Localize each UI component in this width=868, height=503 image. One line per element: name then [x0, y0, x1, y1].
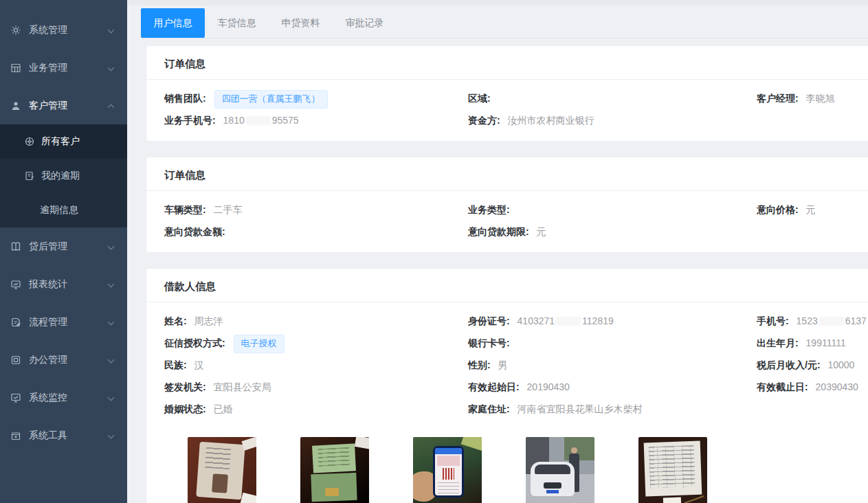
sales-team-tag[interactable]: 四团一营（直属王鹏飞）	[214, 90, 328, 109]
field-valid-to: 有效截止日: 20390430	[757, 381, 868, 394]
field-label: 姓名:	[164, 315, 187, 326]
field-label: 资金方:	[468, 115, 500, 126]
sidebar-item-system-management[interactable]: 系统管理	[0, 11, 127, 49]
sidebar-item-label: 系统监控	[29, 392, 67, 404]
chevron-down-icon	[108, 281, 115, 288]
redaction-mask	[246, 116, 271, 125]
sidebar-item-process-management[interactable]: 流程管理	[0, 303, 127, 341]
tab-car-loan-info[interactable]: 车贷信息	[205, 8, 269, 38]
credit-auth-tag[interactable]: 电子授权	[234, 335, 285, 353]
sidebar-item-label: 系统工具	[29, 429, 67, 442]
field-income: 税后月收入/元: 10000	[757, 359, 868, 372]
field-value: 19911111	[806, 337, 846, 348]
sidebar-item-label: 报表统计	[29, 278, 67, 291]
sidebar-item-system-tools[interactable]: 系统工具	[0, 416, 127, 454]
license-booklet-photo-thumbnail[interactable]	[300, 437, 369, 503]
sidebar-item-office-management[interactable]: 办公管理	[0, 341, 127, 379]
handwritten-document-photo-thumbnail[interactable]	[638, 437, 707, 503]
photo-item: 驾驶证照片	[300, 437, 369, 503]
sidebar-item-customer-management[interactable]: 客户管理	[0, 87, 127, 124]
field-mobile: 手机号: 15236137	[757, 315, 868, 328]
loan-intent-card: 订单信息 车辆类型: 二手车 业务类型: 意向价格: 元 意向贷款金额	[146, 157, 868, 253]
field-value: 4103271112819	[518, 315, 614, 326]
page: { "colors": { "primary": "#1890ff", "tag…	[0, 0, 868, 503]
grid-icon	[10, 62, 22, 74]
tab-bar-divider	[141, 38, 868, 38]
field-label: 业务类型:	[468, 204, 510, 215]
sidebar-item-postloan-management[interactable]: 贷后管理	[0, 227, 127, 265]
box-plus-icon	[10, 429, 22, 442]
photo-item: 征信截图	[413, 437, 482, 503]
redaction-mask	[819, 317, 844, 326]
document-photo-list: 个人照 驾驶证照片 征信截图	[188, 437, 868, 503]
field-intent-loan-amount: 意向贷款金额:	[164, 226, 468, 238]
chevron-down-icon	[108, 394, 115, 401]
chevron-down-icon	[108, 65, 115, 71]
sidebar-item-report-statistics[interactable]: 报表统计	[0, 265, 127, 303]
sidebar-item-label: 我的逾期	[41, 170, 80, 182]
wheel-icon	[23, 135, 36, 148]
sidebar: 系统管理 业务管理 客户管理 所有客户 我的逾期 逾期信息	[0, 0, 127, 503]
order-info-card: 订单信息 销售团队: 四团一营（直属王鹏飞） 区域: 客户经理: 李晓旭	[146, 45, 868, 142]
field-label: 民族:	[164, 359, 187, 370]
sidebar-item-my-overdue[interactable]: 我的逾期	[0, 159, 127, 193]
field-label: 客户经理:	[757, 93, 799, 104]
field-label: 签发机关:	[164, 381, 206, 392]
field-valid-from: 有效起始日: 20190430	[468, 381, 757, 394]
field-issuing-authority: 签发机关: 宜阳县公安局	[164, 381, 468, 394]
sidebar-item-label: 贷后管理	[29, 241, 67, 253]
field-birth: 出生年月: 19911111	[757, 337, 868, 350]
sidebar-item-label: 所有客户	[41, 135, 80, 148]
chevron-up-icon	[108, 104, 115, 111]
sidebar-submenu-customer: 所有客户 我的逾期 逾期信息	[0, 124, 127, 227]
sidebar-item-all-customers[interactable]: 所有客户	[0, 124, 127, 159]
monitor-check-icon	[10, 392, 22, 404]
field-gender: 性别: 男	[468, 359, 757, 372]
person-with-car-photo-thumbnail[interactable]	[526, 437, 594, 503]
gear-icon	[10, 24, 22, 36]
sidebar-item-label: 逾期信息	[40, 204, 78, 216]
field-label: 车辆类型:	[164, 204, 206, 215]
field-name: 姓名: 周志洋	[164, 315, 468, 328]
field-ethnicity: 民族: 汉	[164, 359, 468, 372]
field-value: 河南省宜阳县花果山乡木柴村	[518, 403, 643, 414]
sidebar-item-label: 客户管理	[29, 100, 67, 112]
top-strip	[127, 0, 868, 5]
sidebar-item-system-monitor[interactable]: 系统监控	[0, 379, 127, 416]
book-icon	[10, 241, 22, 253]
tab-loan-application-docs[interactable]: 申贷资料	[269, 8, 333, 38]
id-card-photo-thumbnail[interactable]	[188, 437, 256, 503]
field-label: 业务手机号:	[164, 115, 216, 126]
field-sales-team: 销售团队: 四团一营（直属王鹏飞）	[164, 90, 468, 109]
field-label: 有效起始日:	[468, 381, 520, 392]
field-intent-price: 意向价格: 元	[757, 204, 868, 216]
photo-item: 人车照	[526, 437, 594, 503]
chevron-down-icon	[108, 243, 115, 250]
field-region: 区域:	[468, 93, 757, 105]
field-value: 20390430	[816, 381, 858, 392]
user-icon	[10, 100, 22, 112]
borrower-info-card: 借款人信息 姓名: 周志洋 身份证号: 4103271112819 手机号: 1…	[146, 268, 868, 503]
chevron-down-icon	[108, 357, 115, 364]
field-value: 20190430	[527, 381, 570, 392]
field-intent-loan-term: 意向贷款期限: 元	[468, 226, 757, 238]
field-credit-auth: 征信授权方式: 电子授权	[164, 335, 468, 353]
field-label: 银行卡号:	[468, 337, 510, 348]
field-value: 181095575	[223, 115, 299, 126]
chevron-down-icon	[108, 319, 115, 326]
field-funder: 资金方: 汝州市农村商业银行	[468, 115, 757, 127]
field-value: 10000	[827, 359, 854, 370]
field-label: 区域:	[468, 93, 491, 104]
field-bank-card: 银行卡号:	[468, 337, 757, 350]
tab-user-info[interactable]: 用户信息	[141, 8, 205, 38]
field-value: 二手车	[214, 204, 243, 215]
sidebar-item-overdue-info[interactable]: 逾期信息	[0, 193, 127, 227]
tab-approval-records[interactable]: 审批记录	[333, 8, 397, 38]
sidebar-item-business-management[interactable]: 业务管理	[0, 49, 127, 87]
field-label: 意向价格:	[757, 204, 799, 215]
redaction-mask	[556, 317, 581, 326]
field-value: 汉	[194, 359, 204, 370]
field-value: 李晓旭	[806, 93, 835, 104]
phone-qr-screenshot-thumbnail[interactable]	[413, 437, 482, 503]
field-vehicle-type: 车辆类型: 二手车	[164, 204, 468, 216]
